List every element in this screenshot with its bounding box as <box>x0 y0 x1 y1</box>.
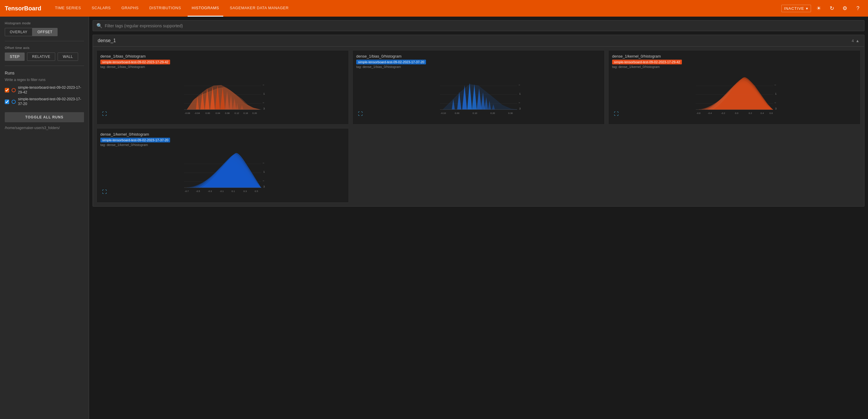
chart-area-0: – 1 – 3 <box>100 71 345 119</box>
brightness-icon[interactable]: ☀ <box>813 3 824 14</box>
svg-text:–: – <box>263 161 264 164</box>
settings-icon[interactable]: ⚙ <box>839 3 850 14</box>
mode-buttons: OVERLAY OFFSET <box>5 28 84 36</box>
svg-text:-0.3: -0.3 <box>208 190 212 193</box>
runs-title: Runs <box>5 71 84 75</box>
svg-text:0.12: 0.12 <box>235 112 239 115</box>
app-logo: TensorBoard <box>5 5 41 12</box>
nav-graphs[interactable]: GRAPHS <box>117 0 143 17</box>
filter-input[interactable] <box>105 24 861 28</box>
main-content: 🔍 dense_1 4 ▲ dense_1/bias_0/histogram s… <box>89 17 868 419</box>
svg-text:0.6: 0.6 <box>770 112 773 115</box>
nav-distributions[interactable]: DISTRIBUTIONS <box>145 0 185 17</box>
expand-icon-3[interactable]: ⛶ <box>102 189 107 195</box>
expand-icon-1[interactable]: ⛶ <box>358 111 363 117</box>
svg-text:-0.7: -0.7 <box>185 190 189 193</box>
chart-area-2: – 1 – 3 <box>612 71 857 119</box>
chart-run-badge-1: simple-tensorboard-test-09-02-2023-17-37… <box>356 60 426 64</box>
histogram-mode-label: Histogram mode <box>5 21 84 25</box>
svg-text:0.16: 0.16 <box>243 112 248 115</box>
chart-run-badge-0: simple-tensorboard-test-09-02-2023-17-29… <box>100 60 170 64</box>
run-checkbox-0[interactable] <box>5 88 9 93</box>
relative-axis-btn[interactable]: RELATIVE <box>27 53 55 61</box>
sidebar: Histogram mode OVERLAY OFFSET Offset tim… <box>0 17 89 419</box>
svg-text:0.3: 0.3 <box>243 190 247 193</box>
overlay-mode-btn[interactable]: OVERLAY <box>5 28 32 36</box>
toggle-all-runs-button[interactable]: TOGGLE ALL RUNS <box>5 112 84 122</box>
runs-filter-label: Write a regex to filter runs <box>5 78 84 82</box>
chart-card-2: dense_1/kernel_0/histogram simple-tensor… <box>608 50 861 125</box>
step-axis-btn[interactable]: STEP <box>5 53 25 61</box>
chevron-up-icon[interactable]: ▲ <box>856 39 859 43</box>
tag-group-name: dense_1 <box>98 38 116 43</box>
svg-text:-0.10: -0.10 <box>440 112 446 115</box>
svg-text:0.30: 0.30 <box>508 112 513 115</box>
svg-text:–: – <box>263 179 264 182</box>
run-checkbox-1[interactable] <box>5 99 9 104</box>
svg-text:0.4: 0.4 <box>761 112 764 115</box>
expand-icon-0[interactable]: ⛶ <box>102 111 107 117</box>
chart-area-3: – 1 – 3 <box>100 149 345 196</box>
chart-tag-label-2: tag: dense_1/kernel_0/histogram <box>612 65 857 69</box>
nav-sagemaker[interactable]: SAGEMAKER DATA MANAGER <box>226 0 293 17</box>
status-label: INACTIVE <box>784 6 804 11</box>
histogram-svg-2: – 1 – 3 <box>612 71 857 119</box>
run-label-1: simple-tensorboard-test-09-02-2023-17-37… <box>18 97 84 106</box>
svg-text:-0.4: -0.4 <box>708 112 712 115</box>
svg-text:–: – <box>263 84 264 86</box>
svg-text:1: 1 <box>263 92 265 95</box>
svg-text:0.20: 0.20 <box>252 112 257 115</box>
svg-text:1: 1 <box>519 92 521 95</box>
svg-text:–: – <box>263 101 264 104</box>
expand-icon-2[interactable]: ⛶ <box>614 111 619 117</box>
run-item-1: simple-tensorboard-test-09-02-2023-17-37… <box>5 97 84 106</box>
offset-mode-btn[interactable]: OFFSET <box>32 28 57 36</box>
svg-text:0.0: 0.0 <box>735 112 739 115</box>
refresh-icon[interactable]: ↻ <box>827 3 837 14</box>
nav-time-series[interactable]: TIME SERIES <box>51 0 85 17</box>
chart-tag-label-3: tag: dense_1/kernel_0/histogram <box>100 143 345 147</box>
chevron-down-icon: ▾ <box>806 6 808 11</box>
chart-run-badge-2: simple-tensorboard-test-09-02-2023-17-29… <box>612 60 682 64</box>
svg-text:0.04: 0.04 <box>216 112 220 115</box>
chart-title-2: dense_1/kernel_0/histogram <box>612 54 857 59</box>
chart-run-badge-3: simple-tensorboard-test-09-02-2023-17-37… <box>100 138 170 142</box>
tag-group-dense1: dense_1 4 ▲ dense_1/bias_0/histogram sim… <box>93 35 864 206</box>
search-icon: 🔍 <box>96 23 102 29</box>
filter-bar: 🔍 <box>93 20 864 31</box>
svg-text:0.2: 0.2 <box>749 112 752 115</box>
chart-title-1: dense_1/bias_0/histogram <box>356 54 601 59</box>
histogram-svg-1: – 1 – 3 <box>356 71 601 119</box>
svg-text:-0.6: -0.6 <box>696 112 701 115</box>
svg-marker-48 <box>443 84 517 109</box>
status-dropdown[interactable]: INACTIVE ▾ <box>781 5 811 12</box>
top-navigation: TensorBoard TIME SERIES SCALARS GRAPHS D… <box>0 0 868 17</box>
offset-axis-label: Offset time axis <box>5 46 84 50</box>
run-item-0: simple-tensorboard-test-09-02-2023-17-29… <box>5 86 84 95</box>
svg-text:1: 1 <box>775 92 777 95</box>
folder-path: /home/sagemaker-user/s3_folders/ <box>5 126 84 130</box>
run-label-0: simple-tensorboard-test-09-02-2023-17-29… <box>18 86 84 95</box>
svg-text:0.5: 0.5 <box>255 190 258 193</box>
chart-card-1: dense_1/bias_0/histogram simple-tensorbo… <box>352 50 605 125</box>
chart-title-3: dense_1/kernel_0/histogram <box>100 132 345 136</box>
nav-histograms[interactable]: HISTOGRAMS <box>188 0 223 17</box>
tag-group-header: dense_1 4 ▲ <box>93 35 864 46</box>
axis-buttons: STEP RELATIVE WALL <box>5 53 84 61</box>
svg-text:-0.1: -0.1 <box>220 190 224 193</box>
svg-text:3: 3 <box>263 107 265 110</box>
svg-text:-0.08: -0.08 <box>185 112 190 115</box>
svg-text:–: – <box>774 84 776 86</box>
help-icon[interactable]: ? <box>852 3 863 14</box>
chart-area-1: – 1 – 3 <box>356 71 601 119</box>
nav-scalars[interactable]: SCALARS <box>88 0 115 17</box>
run-dot-0 <box>11 88 16 92</box>
svg-text:0.10: 0.10 <box>473 112 477 115</box>
svg-text:0.00: 0.00 <box>206 112 210 115</box>
svg-text:–: – <box>519 101 520 104</box>
wall-axis-btn[interactable]: WALL <box>58 53 78 61</box>
count-value: 4 <box>852 39 854 43</box>
svg-text:0.00: 0.00 <box>455 112 460 115</box>
run-dot-1 <box>11 100 16 104</box>
svg-text:–: – <box>774 101 776 104</box>
